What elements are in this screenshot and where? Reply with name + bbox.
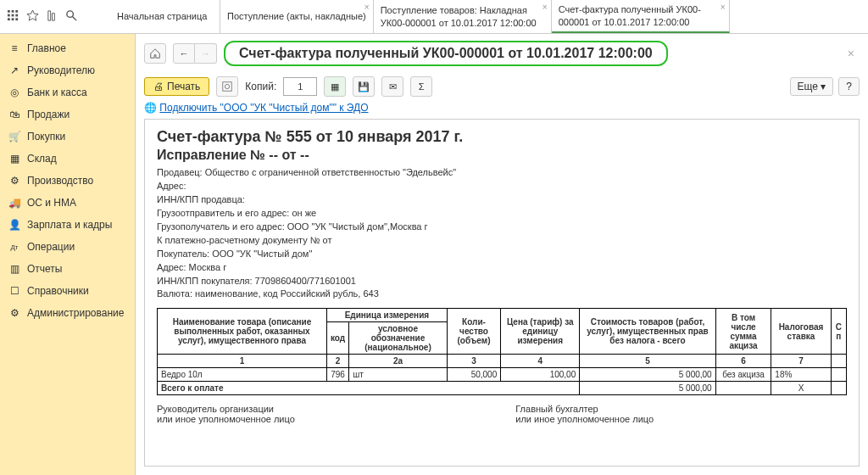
table-total: Всего к оплате 5 000,00 X	[158, 382, 847, 395]
close-icon[interactable]: ×	[364, 2, 370, 13]
doc-meta: Продавец: Общество с ограниченной ответс…	[157, 166, 847, 301]
copies-label: Копий:	[245, 81, 276, 92]
folder-icon: ☐	[8, 285, 20, 297]
sidebar-item-reports[interactable]: ▥Отчеты	[0, 258, 135, 280]
sidebar-item-admin[interactable]: ⚙Администрирование	[0, 302, 135, 324]
close-button[interactable]: ×	[843, 47, 860, 60]
table-row: Ведро 10л 796 шт 50,000 100,00 5 000,00 …	[158, 368, 847, 382]
sidebar-item-manager[interactable]: ↗Руководителю	[0, 59, 135, 81]
cart-icon: 🛒	[8, 131, 20, 142]
svg-point-9	[67, 11, 74, 18]
copies-spinner[interactable]: 1	[283, 77, 317, 96]
excel-button[interactable]: ▦	[324, 76, 346, 97]
sidebar-item-main[interactable]: ≡Главное	[0, 37, 135, 59]
star-icon[interactable]	[26, 9, 39, 24]
save-button[interactable]: 💾	[353, 76, 375, 97]
sidebar-item-assets[interactable]: 🚚ОС и НМА	[0, 192, 135, 214]
svg-rect-7	[12, 18, 14, 20]
invoice-table: Наименование товара (описание выполненны…	[157, 308, 847, 395]
sidebar-item-operations[interactable]: ДтОперации	[0, 236, 135, 258]
help-button[interactable]: ?	[838, 77, 860, 96]
svg-rect-0	[8, 10, 10, 13]
svg-point-12	[225, 84, 230, 88]
system-toolbar	[0, 0, 110, 33]
page-title: Счет-фактура полученный УК00-000001 от 1…	[224, 41, 668, 66]
signatures: Руководитель организации или иное уполно…	[157, 404, 847, 424]
sidebar-item-warehouse[interactable]: ▦Склад	[0, 148, 135, 170]
svg-rect-8	[15, 18, 18, 20]
email-button[interactable]: ✉	[381, 76, 403, 97]
report-icon: ▥	[8, 263, 20, 275]
globe-icon: 🌐	[144, 102, 157, 114]
svg-rect-4	[12, 14, 14, 17]
printer-icon: 🖨	[153, 81, 164, 92]
tab-home[interactable]: Начальная страница	[110, 0, 220, 33]
sidebar-item-sales[interactable]: 🛍Продажи	[0, 103, 135, 126]
sidebar-item-production[interactable]: ⚙Производство	[0, 170, 135, 192]
settings-icon: ⚙	[8, 307, 20, 319]
sidebar-item-bank[interactable]: ◎Банк и касса	[0, 81, 135, 103]
truck-icon: 🚚	[8, 197, 20, 209]
apps-icon[interactable]	[7, 9, 19, 24]
sidebar-item-catalogs[interactable]: ☐Справочники	[0, 280, 135, 302]
svg-rect-3	[8, 14, 10, 17]
document-viewport[interactable]: Счет-фактура № 555 от 10 января 2017 г. …	[144, 119, 860, 467]
svg-line-10	[72, 16, 76, 20]
gear-icon: ⚙	[8, 175, 20, 187]
svg-rect-1	[12, 10, 14, 13]
history-icon[interactable]	[46, 9, 58, 24]
sidebar-item-payroll[interactable]: 👤Зарплата и кадры	[0, 214, 135, 236]
sidebar-item-purchases[interactable]: 🛒Покупки	[0, 126, 135, 148]
svg-rect-5	[15, 14, 18, 17]
doc-title: Счет-фактура № 555 от 10 января 2017 г.	[157, 128, 847, 146]
coin-icon: ◎	[8, 87, 20, 98]
chart-icon: ↗	[8, 64, 20, 76]
tabs: Начальная страница Поступление (акты, на…	[110, 0, 868, 33]
forward-button[interactable]: →	[195, 43, 217, 64]
edo-link[interactable]: Подключить "ООО "УК "Чистый дом"" к ЭДО	[159, 102, 368, 114]
sum-button[interactable]: Σ	[410, 76, 432, 97]
preview-button[interactable]	[216, 76, 238, 97]
print-button[interactable]: 🖨Печать	[144, 77, 209, 96]
tab-invoice-factura[interactable]: Счет-фактура полученный УК00-000001 от 1…	[552, 0, 730, 33]
home-button[interactable]	[144, 43, 166, 64]
back-button[interactable]: ←	[173, 43, 195, 64]
svg-rect-11	[223, 82, 232, 92]
svg-rect-6	[8, 18, 10, 20]
sidebar: ≡Главное ↗Руководителю ◎Банк и касса 🛍Пр…	[0, 34, 136, 475]
more-button[interactable]: Еще ▾	[790, 77, 834, 96]
close-icon[interactable]: ×	[721, 2, 726, 13]
close-icon[interactable]: ×	[542, 2, 548, 13]
doc-correction: Исправление № -- от --	[157, 148, 847, 163]
menu-icon: ≡	[8, 42, 20, 54]
svg-rect-2	[15, 10, 18, 13]
dtkt-icon: Дт	[8, 241, 20, 253]
bag-icon: 🛍	[8, 109, 20, 120]
tab-invoice-doc[interactable]: Поступление товаров: Накладная УК00-0000…	[374, 0, 552, 33]
tab-receipts[interactable]: Поступление (акты, накладные)×	[220, 0, 374, 33]
person-icon: 👤	[8, 219, 20, 231]
search-icon[interactable]	[65, 9, 78, 24]
boxes-icon: ▦	[8, 153, 20, 165]
